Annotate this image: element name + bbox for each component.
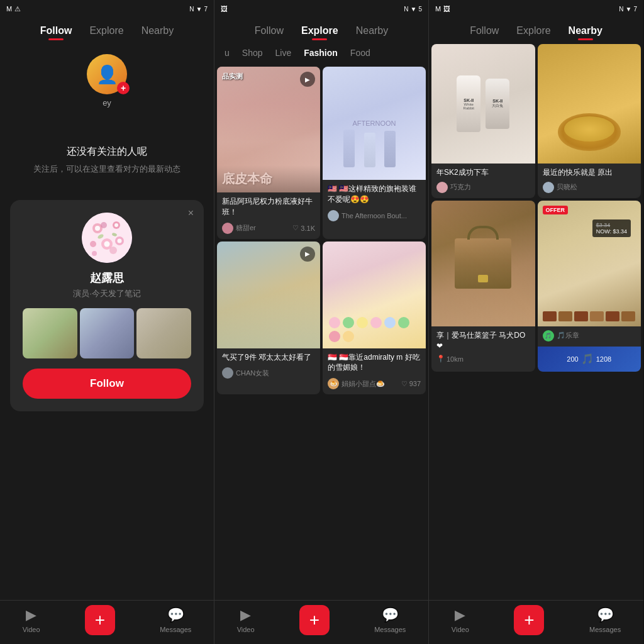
nearby-card-choco[interactable]: OFFER $3.34 NOW: $3.34 <box>538 201 641 372</box>
video-icon: ▶ <box>26 607 36 623</box>
create-button-3[interactable]: + <box>514 605 544 635</box>
floral-pattern <box>82 213 132 263</box>
explore-card-2[interactable]: AFTERNOON 🇲🇾 🇲🇾这样精致的旗袍装谁不爱呢😍😍 The Aftern… <box>323 67 426 239</box>
nav-video-3[interactable]: ▶ Video <box>452 607 469 633</box>
empty-subtitle: 关注后，可以在这里查看对方的最新动态 <box>33 164 180 175</box>
now-price: NOW: $3.34 <box>596 228 627 235</box>
tab-nearby-2[interactable]: Nearby <box>356 23 389 39</box>
add-avatar-button[interactable]: + <box>117 82 130 94</box>
nav-video-1[interactable]: ▶ Video <box>23 607 40 633</box>
card-caption-2: 🇲🇾 🇲🇾这样精致的旗袍装谁不爱呢😍😍 <box>323 180 426 208</box>
nav-tabs-3: Follow Explore Nearby <box>429 18 643 42</box>
status-right-3: N ▼ 7 <box>619 6 637 13</box>
bag-location: 📍 10km <box>436 355 464 363</box>
card-meta-2: The Afternoon Bout... <box>323 208 426 226</box>
empty-title: 还没有关注的人呢 <box>33 145 180 158</box>
crossed-price: $3.34 <box>596 222 627 228</box>
panel-follow: M ⚠ N ▼ 7 Follow Explore Nearby 👤 + ey 还… <box>0 0 214 644</box>
user-avatar-4: 🍮 <box>328 378 339 389</box>
card-person-name: 赵露思 <box>23 270 191 286</box>
nav-messages-3[interactable]: 💬 Messages <box>589 607 621 633</box>
svg-point-2 <box>95 226 100 231</box>
tab-nearby-3[interactable]: Nearby <box>569 23 602 39</box>
signal-icon-2: ▼ <box>411 6 417 13</box>
tab-follow-3[interactable]: Follow <box>470 23 499 39</box>
tab-explore-1[interactable]: Explore <box>89 23 123 39</box>
video-label-3: Video <box>452 626 469 633</box>
play-button-1[interactable]: ▶ <box>300 72 315 87</box>
messages-icon-2: 💬 <box>382 607 399 623</box>
likes-count-4: 937 <box>409 380 421 387</box>
signal-icon-3: ▼ <box>626 6 632 13</box>
create-button-2[interactable]: + <box>299 605 330 635</box>
alert-icon: ⚠ <box>14 5 21 13</box>
play-button-3[interactable]: ▶ <box>300 247 315 262</box>
svg-point-10 <box>101 222 107 228</box>
subtab-shop[interactable]: Shop <box>242 47 263 59</box>
heart-icon-4: ♡ <box>401 380 408 388</box>
close-card-button[interactable]: × <box>188 208 194 219</box>
card-image-2: AFTERNOON <box>323 67 426 180</box>
nearby-caption-skii: 年SK2成功下车 <box>431 164 535 180</box>
sweets-display <box>329 317 419 342</box>
nearby-username-choco: 🎵乐章 <box>557 331 579 340</box>
nearby-user-food: 贝晓松 <box>543 182 577 193</box>
status-right-1: N ▼ 7 <box>189 6 208 13</box>
subtab-fashion[interactable]: Fashion <box>304 47 338 59</box>
nav-video-2[interactable]: ▶ Video <box>237 607 255 633</box>
messages-icon: 💬 <box>167 607 184 623</box>
card-user-4: 🍮 娟娟小甜点🍮 <box>328 378 385 389</box>
explore-card-3[interactable]: ▶ 气买了9件 邓太太太好看了 CHAN女装 <box>217 242 320 395</box>
tab-follow-2[interactable]: Follow <box>255 23 284 39</box>
battery-icon-3: 7 <box>633 6 637 13</box>
nav-tabs-1: Follow Explore Nearby <box>0 18 214 42</box>
tab-nearby-1[interactable]: Nearby <box>142 23 174 39</box>
image-icon-3: 🖼 <box>443 5 450 13</box>
svg-point-7 <box>90 241 96 247</box>
fabric-overlay <box>217 284 320 348</box>
explore-card-4[interactable]: 🇸🇬 🇸🇬靠近admiralty m 好吃的雪媚娘！ 🍮 娟娟小甜点🍮 ♡ 93… <box>323 242 426 395</box>
choco-tray <box>543 311 636 321</box>
tab-explore-2[interactable]: Explore <box>301 23 338 39</box>
nearby-caption-bag: 享｜爱马仕菜篮子 马犬DO❤ <box>431 326 535 354</box>
nav-messages-1[interactable]: 💬 Messages <box>160 607 191 633</box>
card-user-3: CHAN女装 <box>222 367 269 379</box>
card-username-4: 娟娟小甜点🍮 <box>341 379 385 389</box>
nfc-icon: N <box>189 6 194 13</box>
video-icon-2: ▶ <box>240 607 251 623</box>
nearby-card-food[interactable]: 最近的快乐就是 原出 贝晓松 <box>538 44 641 198</box>
bottom-nav-2: ▶ Video + 💬 Messages <box>214 600 428 644</box>
status-right-2: N ▼ 5 <box>404 6 422 13</box>
skii-image: SK-II White Rabbit SK-II 大白兔 <box>431 44 535 164</box>
create-button-1[interactable]: + <box>85 605 115 635</box>
card-photo-3 <box>136 308 191 358</box>
food-image <box>538 44 641 164</box>
video-preview: 200 🎵 1208 <box>538 347 641 372</box>
card-user-1: 糖甜er <box>222 223 256 234</box>
bottom-nav-3: ▶ Video + 💬 Messages <box>429 600 643 644</box>
tab-explore-3[interactable]: Explore <box>516 23 550 39</box>
card-photo-1 <box>23 308 77 358</box>
card-likes-4: ♡ 937 <box>401 380 421 388</box>
nearby-card-skii[interactable]: SK-II White Rabbit SK-II 大白兔 年SK2成功下车 巧克… <box>431 44 535 198</box>
nav-messages-2[interactable]: 💬 Messages <box>374 607 406 633</box>
explore-card-1[interactable]: 底皮本命 ▶ 品实测 新品阿玛尼权力粉底液好牛班！ 糖甜er ♡ 3.1K <box>217 67 320 239</box>
dress-3 <box>384 131 396 167</box>
price-tag: $3.34 NOW: $3.34 <box>592 219 631 237</box>
subtab-u[interactable]: u <box>225 47 230 59</box>
subtab-food[interactable]: Food <box>350 47 370 59</box>
nearby-card-bag[interactable]: 享｜爱马仕菜篮子 马犬DO❤ 📍 10km <box>431 201 535 372</box>
follow-button[interactable]: Follow <box>23 369 191 399</box>
svg-point-12 <box>92 251 97 256</box>
card-likes-1: ♡ 3.1K <box>292 224 315 232</box>
nearby-meta-bag: 📍 10km <box>431 353 535 368</box>
card-meta-4: 🍮 娟娟小甜点🍮 ♡ 937 <box>323 375 426 394</box>
messages-icon-3: 💬 <box>597 607 614 623</box>
tab-follow-1[interactable]: Follow <box>40 23 72 39</box>
panel3-body: SK-II White Rabbit SK-II 大白兔 年SK2成功下车 巧克… <box>429 42 643 600</box>
subtab-live[interactable]: Live <box>275 47 292 59</box>
svg-point-6 <box>104 242 110 247</box>
likes-count-1: 3.1K <box>301 225 315 232</box>
user-avatar-2 <box>328 210 339 221</box>
user-avatar-1 <box>222 223 233 234</box>
